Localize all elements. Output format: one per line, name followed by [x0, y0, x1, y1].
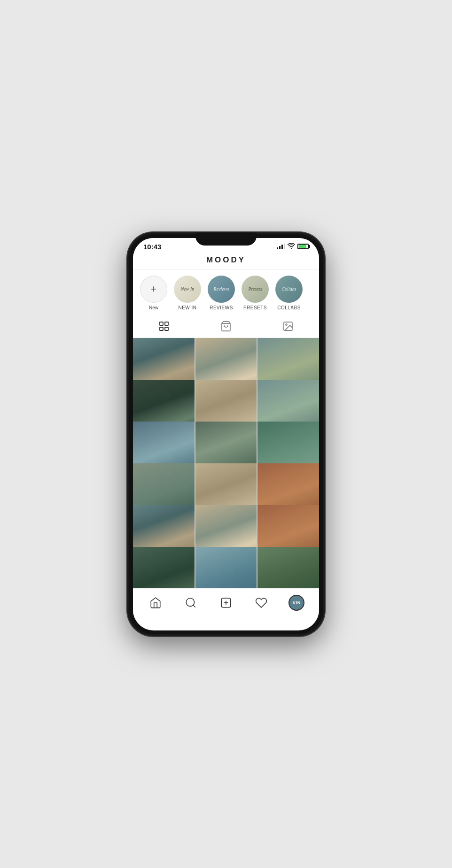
story-item-newin[interactable]: New In NEW IN — [173, 276, 202, 310]
story-label-collabs: COLLABS — [277, 305, 301, 310]
phone-wrapper: 10:43 — [127, 232, 325, 636]
stories-row: + New New In NEW IN — [133, 270, 319, 314]
tabs-row — [133, 314, 319, 338]
plus-icon: + — [151, 283, 157, 295]
status-time: 10:43 — [143, 243, 161, 251]
story-circle-reviews[interactable]: Reviews — [208, 276, 235, 303]
svg-rect-2 — [160, 327, 163, 330]
story-circle-new[interactable]: + — [140, 276, 167, 303]
screen: 10:43 — [133, 238, 319, 630]
story-text-newin: New In — [181, 286, 195, 292]
notch — [195, 232, 257, 246]
app-title: MOODY — [206, 255, 246, 264]
story-item-reviews[interactable]: Reviews REVIEWS — [207, 276, 235, 310]
svg-rect-0 — [160, 322, 163, 325]
tab-shop[interactable] — [218, 319, 234, 334]
nav-likes[interactable] — [252, 593, 271, 612]
story-item-presets[interactable]: Presets PRESETS — [241, 276, 269, 310]
add-icon — [220, 597, 232, 609]
main-content: MOODY + New — [133, 253, 319, 619]
story-item-new[interactable]: + New — [140, 276, 168, 310]
home-icon — [149, 597, 162, 609]
signal-icon — [277, 244, 285, 249]
tab-tagged[interactable] — [281, 319, 296, 334]
story-text-presets: Presets — [248, 286, 262, 292]
grid-cell[interactable] — [195, 547, 257, 588]
search-icon — [185, 597, 197, 609]
grid-cell[interactable] — [133, 547, 195, 588]
story-label-new: New — [149, 305, 158, 310]
story-circle-presets[interactable]: Presets — [242, 276, 269, 303]
story-label-presets: PRESETS — [243, 305, 267, 310]
battery-icon — [297, 244, 309, 249]
nav-search[interactable] — [181, 593, 200, 612]
phone-shell: 10:43 — [127, 232, 325, 636]
nav-profile[interactable]: KIN — [287, 593, 306, 612]
story-circle-collabs[interactable]: Collabs — [275, 276, 303, 303]
nav-home[interactable] — [146, 593, 165, 612]
story-item-collabs[interactable]: Collabs COLLABS — [275, 276, 303, 310]
svg-point-6 — [286, 324, 287, 325]
bottom-nav: KIN — [133, 588, 319, 619]
story-text-reviews: Reviews — [214, 286, 229, 292]
app-header: MOODY — [133, 253, 319, 270]
story-label-reviews: REVIEWS — [210, 305, 233, 310]
heart-icon — [255, 597, 267, 609]
svg-rect-3 — [165, 327, 168, 330]
svg-rect-1 — [165, 322, 168, 325]
story-label-newin: NEW IN — [178, 305, 196, 310]
grid-cell[interactable] — [257, 547, 319, 588]
tab-grid[interactable] — [156, 319, 171, 334]
svg-point-7 — [186, 598, 194, 606]
photo-grid — [133, 338, 319, 588]
svg-line-8 — [193, 605, 195, 607]
nav-add[interactable] — [217, 593, 235, 612]
avatar: KIN — [288, 595, 304, 611]
scrollable-area: + New New In NEW IN — [133, 270, 319, 588]
status-icons — [277, 243, 309, 250]
wifi-icon — [288, 243, 295, 250]
story-text-collabs: Collabs — [281, 286, 296, 292]
story-circle-newin[interactable]: New In — [174, 276, 201, 303]
